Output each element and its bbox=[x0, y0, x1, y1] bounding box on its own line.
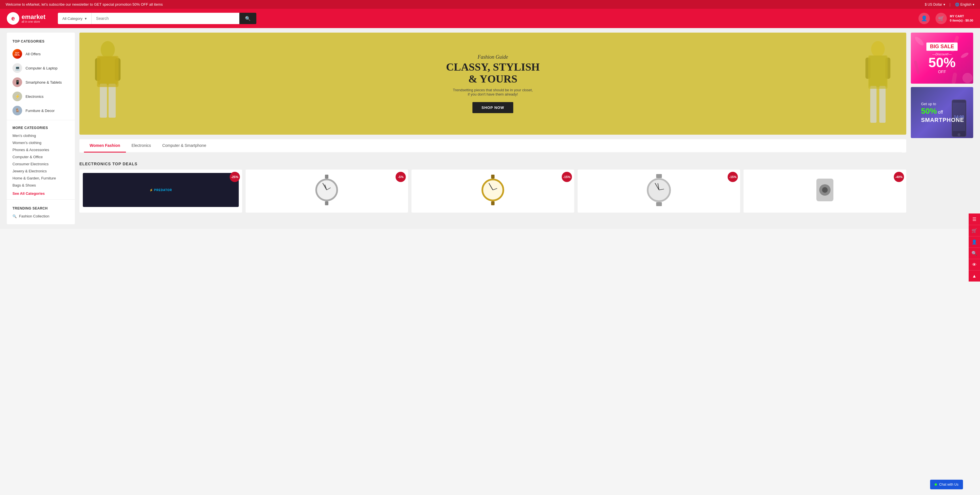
discount-badge: -25% bbox=[230, 172, 240, 182]
sidebar-item-home-garden[interactable]: Home & Garden, Furniture bbox=[7, 175, 75, 182]
computer-icon: 💻 bbox=[13, 63, 22, 73]
sidebar-item-jewery-electronics[interactable]: Jewery & Electronics bbox=[7, 167, 75, 175]
search-button[interactable]: 🔍 bbox=[239, 13, 256, 24]
sidebar-item-all-offers[interactable]: HOT DEAL All Offers bbox=[7, 47, 75, 61]
sidebar-item-label: Furniture & Decor bbox=[25, 108, 55, 113]
trending-search-icon: 🔍 bbox=[13, 214, 17, 218]
product-card-watch-3[interactable]: -15% bbox=[578, 170, 740, 213]
product-card-watch-2[interactable]: -15% bbox=[412, 170, 574, 213]
svg-rect-4 bbox=[100, 84, 107, 118]
product-image: ⚡ PREDATOR bbox=[83, 173, 239, 207]
cart-icon: 🛒 bbox=[938, 15, 944, 22]
product-image bbox=[581, 173, 737, 207]
tabs-list: Women Fashion Electronics Computer & Sma… bbox=[84, 139, 902, 153]
product-card-laptop[interactable]: -25% ⚡ PREDATOR bbox=[80, 170, 242, 213]
hero-description: Trendsetting pieces that should be in yo… bbox=[446, 88, 539, 96]
brand-tagline: all in one store bbox=[22, 20, 45, 23]
category-dropdown[interactable]: All Category ▾ bbox=[58, 13, 92, 24]
search-input[interactable] bbox=[92, 13, 239, 24]
trending-item-fashion[interactable]: 🔍 Fashion Collection bbox=[7, 213, 75, 220]
see-all-categories-link[interactable]: See All Categories bbox=[7, 190, 75, 197]
sidebar-item-mens-clothing[interactable]: Men's clothing bbox=[7, 132, 75, 139]
products-grid: -25% ⚡ PREDATOR -5% bbox=[80, 170, 906, 213]
cart-button[interactable]: 🛒 MY CART 0 item(s) - $0.00 bbox=[935, 13, 973, 24]
announcement-text: Welcome to eMarket, let's subscribe our … bbox=[6, 2, 163, 6]
float-cart-button[interactable]: 🛒 bbox=[969, 225, 980, 229]
sidebar-item-computer-office[interactable]: Computer & Office bbox=[7, 153, 75, 161]
sidebar-item-bags-shoes[interactable]: Bags & Shoes bbox=[7, 182, 75, 189]
promo-percent: 50% bbox=[926, 56, 957, 70]
sidebar-item-womens-clothing[interactable]: Women's clothing bbox=[7, 139, 75, 146]
user-icon: 👤 bbox=[921, 15, 927, 22]
discount-badge: -40% bbox=[894, 172, 904, 182]
user-account-button[interactable]: 👤 bbox=[918, 13, 930, 24]
smartphone-label: SMARTPHONE bbox=[921, 117, 964, 123]
product-image bbox=[747, 173, 903, 207]
sidebar-item-label: All Offers bbox=[25, 52, 41, 56]
sidebar-item-smartphone-tablets[interactable]: 📱 Smartphone & Tablets bbox=[7, 75, 75, 89]
search-icon: 🔍 bbox=[245, 16, 251, 21]
sidebar-item-phones-accessories[interactable]: Phones & Accessories bbox=[7, 146, 75, 153]
controls-divider: | bbox=[950, 3, 950, 6]
hero-model-left bbox=[80, 38, 136, 135]
float-menu-button[interactable]: ☰ bbox=[969, 213, 980, 225]
svg-point-0 bbox=[101, 41, 115, 58]
right-sidebar: BIG SALE —Discount!— 50% OFF 14:00 Get u… bbox=[911, 33, 973, 224]
sidebar-item-label: Electronics bbox=[25, 94, 44, 99]
trending-item-label: Fashion Collection bbox=[19, 214, 49, 218]
hero-subtitle: Fashion Guide bbox=[446, 54, 539, 60]
product-card-watch-1[interactable]: -5% bbox=[245, 170, 408, 213]
sidebar-item-electronics[interactable]: ⚡ Electronics bbox=[7, 89, 75, 103]
shop-now-button[interactable]: SHOP NOW bbox=[473, 102, 513, 113]
svg-point-22 bbox=[958, 133, 961, 136]
hot-deal-icon: HOT DEAL bbox=[13, 49, 22, 59]
discount-badge: -5% bbox=[396, 172, 406, 182]
hero-model-right bbox=[850, 38, 906, 135]
svg-point-18 bbox=[963, 73, 973, 83]
product-image bbox=[415, 173, 571, 207]
sidebar-item-computer-laptop[interactable]: 💻 Computer & Laptop bbox=[7, 61, 75, 75]
tab-electronics[interactable]: Electronics bbox=[126, 139, 156, 153]
svg-rect-17 bbox=[914, 60, 920, 75]
svg-rect-6 bbox=[97, 56, 119, 87]
product-image bbox=[249, 173, 405, 207]
logo-icon: e bbox=[7, 12, 19, 25]
promo-card-cosmetics[interactable]: BIG SALE —Discount!— 50% OFF bbox=[911, 33, 973, 84]
tab-women-fashion[interactable]: Women Fashion bbox=[84, 139, 126, 153]
big-sale-label: BIG SALE bbox=[930, 44, 954, 49]
logo[interactable]: e emarket all in one store bbox=[7, 12, 52, 25]
brand-name: emarket bbox=[22, 14, 45, 20]
electronics-icon: ⚡ bbox=[13, 92, 22, 101]
hero-text-block: Fashion Guide CLASSY, STYLISH& YOURS Tre… bbox=[446, 54, 539, 113]
header: e emarket all in one store All Category … bbox=[0, 9, 980, 28]
svg-rect-5 bbox=[108, 84, 116, 118]
product-tabs: Women Fashion Electronics Computer & Sma… bbox=[80, 139, 906, 153]
svg-rect-13 bbox=[868, 55, 888, 89]
sidebar-item-consumer-electronics[interactable]: Consumer Electronics bbox=[7, 161, 75, 167]
promo-off: OFF bbox=[926, 70, 957, 74]
cart-label: MY CART bbox=[950, 14, 973, 18]
furniture-icon: 🪑 bbox=[13, 106, 22, 115]
top-categories-title: TOP CATEGORIES bbox=[7, 37, 75, 47]
product-card-speaker[interactable]: -40% bbox=[743, 170, 906, 213]
sidebar-item-furniture[interactable]: 🪑 Furniture & Decor bbox=[7, 103, 75, 118]
floating-right-bar: ☰ 🛒 👤 🔍 👁 ▲ bbox=[969, 213, 980, 229]
tab-computer-smartphone[interactable]: Computer & Smartphone bbox=[156, 139, 212, 153]
sidebar-divider bbox=[7, 120, 75, 120]
currency-selector[interactable]: $ US Dollar ▾ bbox=[925, 3, 945, 6]
main-container: TOP CATEGORIES HOT DEAL All Offers 💻 Com… bbox=[0, 28, 980, 229]
promo-card-smartphone[interactable]: 14:00 Get up to 50% off SMARTPHONE bbox=[911, 87, 973, 138]
hero-banner: Fashion Guide CLASSY, STYLISH& YOURS Tre… bbox=[80, 33, 906, 135]
language-selector[interactable]: 🌐 English ▾ bbox=[955, 3, 974, 6]
center-content: Fashion Guide CLASSY, STYLISH& YOURS Tre… bbox=[80, 33, 906, 224]
svg-rect-11 bbox=[870, 86, 877, 123]
cart-icon-wrap: 🛒 bbox=[935, 13, 947, 24]
trending-title: TRENDING SEARCH bbox=[7, 202, 75, 213]
smartphone-icon: 📱 bbox=[13, 77, 22, 87]
header-right: 👤 🛒 MY CART 0 item(s) - $0.00 bbox=[918, 13, 973, 24]
discount-badge: -15% bbox=[562, 172, 572, 182]
sidebar-divider-2 bbox=[7, 199, 75, 200]
announcement-bar: Welcome to eMarket, let's subscribe our … bbox=[0, 0, 980, 9]
svg-rect-12 bbox=[879, 86, 886, 123]
hero-title: CLASSY, STYLISH& YOURS bbox=[446, 61, 539, 85]
